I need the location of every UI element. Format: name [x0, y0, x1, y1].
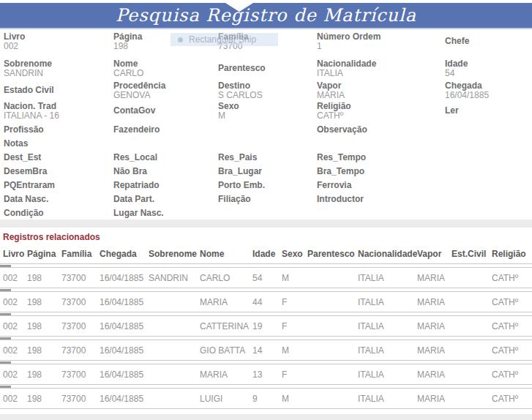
- cell-familia: 73700: [61, 273, 100, 283]
- cell-nacionalidade: ITALIA: [358, 321, 417, 331]
- form-field: Nacionalidade ITALIA: [317, 59, 445, 80]
- record-row[interactable]: 002 198 73700 16/04/1885 GIO BATTA 14 M …: [0, 340, 532, 361]
- row-scrollbar-thumb[interactable]: [0, 289, 11, 291]
- row-scrollbar-thumb[interactable]: [0, 337, 11, 340]
- cell-nacionalidade: ITALIA: [358, 394, 417, 404]
- record-row[interactable]: 002 198 73700 16/04/1885 SANDRIN CARLO 5…: [0, 267, 532, 288]
- cell-nacionalidade: ITALIA: [358, 370, 417, 380]
- cell-nacionalidade: ITALIA: [358, 345, 417, 356]
- field-label: Data Nasc.: [4, 194, 113, 204]
- cell-pagina: 198: [27, 321, 61, 331]
- snip-tooltip-label: Rectangular Snip: [189, 34, 256, 45]
- cell-vapor: MARIA: [417, 394, 452, 404]
- cell-chegada: 16/04/1885: [100, 321, 149, 331]
- table-header-cell: Sexo: [282, 249, 307, 259]
- row-scrollbar-thumb[interactable]: [0, 265, 11, 267]
- table-header-cell: Página: [27, 249, 61, 259]
- field-value: M: [218, 111, 317, 121]
- field-label: Não Bra: [113, 166, 218, 176]
- field-value: 1: [317, 42, 445, 51]
- field-label: Observação: [317, 124, 445, 135]
- form-field: Porto Emb.: [218, 180, 317, 194]
- form-field: Bra_Tempo: [317, 166, 445, 180]
- cell-idade: 44: [252, 297, 282, 307]
- field-label: Fazendeiro: [113, 124, 218, 135]
- field-label: Chefe: [445, 31, 532, 46]
- cell-sexo: F: [282, 370, 307, 380]
- cell-pagina: 198: [27, 273, 61, 283]
- cell-chegada: 16/04/1885: [100, 297, 149, 307]
- table-header-cell: Idade: [252, 249, 282, 259]
- field-label: Destino: [218, 80, 317, 91]
- field-value: 16/04/1885: [445, 91, 532, 100]
- form-field: Res_Pais: [218, 152, 317, 166]
- field-label: Data Part.: [113, 194, 218, 204]
- cell-pagina: 198: [27, 297, 61, 307]
- related-records-title: Registros relacionados: [0, 232, 532, 242]
- cell-sobrenome: SANDRIN: [149, 273, 200, 283]
- cell-vapor: MARIA: [417, 345, 452, 356]
- field-label: Vapor: [317, 80, 445, 91]
- record-form: Livro 002 Página 198 Família 73700 Númer…: [0, 29, 532, 220]
- field-label: Lugar Nasc.: [113, 208, 218, 218]
- field-label: Sexo: [218, 101, 317, 111]
- cell-familia: 73700: [61, 394, 100, 404]
- field-value: CARLO: [113, 69, 218, 78]
- table-header-cell: Livro: [3, 249, 27, 259]
- row-scrollbar-thumb[interactable]: [0, 386, 11, 388]
- field-label: Porto Emb.: [218, 180, 317, 190]
- form-field: Data Nasc.: [4, 194, 113, 208]
- table-header-cell: Família: [61, 249, 100, 259]
- cell-idade: 9: [252, 394, 282, 404]
- form-field: Lugar Nasc.: [113, 208, 218, 220]
- field-value: SANDRIN: [4, 69, 113, 78]
- field-label: Bra_Tempo: [317, 166, 445, 176]
- form-field: Repatriado: [113, 180, 218, 194]
- record-row[interactable]: 002 198 73700 16/04/1885 MARIA 44 F ITAL…: [0, 291, 532, 312]
- field-label: Livro: [4, 31, 113, 42]
- cell-sexo: M: [282, 394, 307, 404]
- snip-dot-icon: [178, 37, 183, 42]
- form-field: Nome CARLO: [113, 59, 218, 80]
- cell-idade: 14: [252, 345, 282, 356]
- row-scrollbar-thumb[interactable]: [0, 361, 11, 364]
- form-field: Ler: [445, 101, 532, 124]
- cell-chegada: 16/04/1885: [100, 370, 149, 380]
- cell-religiao: CATHº: [492, 321, 532, 331]
- field-label: DesemBra: [4, 166, 113, 176]
- form-field: Condição: [4, 208, 113, 220]
- cell-nome: MARIA: [200, 370, 252, 380]
- cell-livro: 002: [3, 370, 27, 380]
- form-field: Vapor MARIA: [317, 80, 445, 101]
- form-field: Observação: [317, 124, 445, 138]
- field-label: Res_Tempo: [317, 152, 445, 162]
- form-field: Notas: [4, 138, 113, 152]
- field-value: ITALIA: [317, 69, 445, 78]
- field-value: MARIA: [317, 91, 445, 100]
- form-field: Parentesco: [218, 59, 317, 80]
- record-row[interactable]: 002 198 73700 16/04/1885 CATTERINA 19 F …: [0, 315, 532, 337]
- row-scrollbar-thumb[interactable]: [0, 313, 11, 315]
- field-value: 54: [445, 69, 532, 78]
- form-field: Dest_Est: [4, 152, 113, 166]
- record-row[interactable]: 002 198 73700 16/04/1885 LUIGI 9 M ITALI…: [0, 388, 532, 409]
- form-field: Idade 54: [445, 59, 532, 80]
- form-field: Número Ordem 1: [317, 31, 445, 59]
- cell-livro: 002: [3, 273, 27, 283]
- field-label: Ferrovia: [317, 180, 445, 190]
- field-label: Filiação: [218, 194, 317, 204]
- record-row[interactable]: 002 198 73700 16/04/1885 MARIA 13 F ITAL…: [0, 364, 532, 385]
- field-label: Dest_Est: [4, 152, 113, 162]
- field-label: Número Ordem: [317, 31, 445, 42]
- cell-nacionalidade: ITALIA: [358, 273, 417, 283]
- cell-sexo: M: [282, 273, 307, 283]
- bottom-bar: [0, 414, 532, 420]
- cell-nome: CATTERINA: [200, 321, 252, 331]
- field-label: Nacionalidade: [317, 59, 445, 69]
- field-label: Ler: [445, 101, 532, 116]
- cell-familia: 73700: [61, 345, 100, 356]
- records-table: 002 198 73700 16/04/1885 SANDRIN CARLO 5…: [0, 267, 532, 409]
- field-label: Introductor: [317, 194, 445, 204]
- cell-religiao: CATHº: [492, 297, 532, 307]
- form-field: Filiação: [218, 194, 317, 208]
